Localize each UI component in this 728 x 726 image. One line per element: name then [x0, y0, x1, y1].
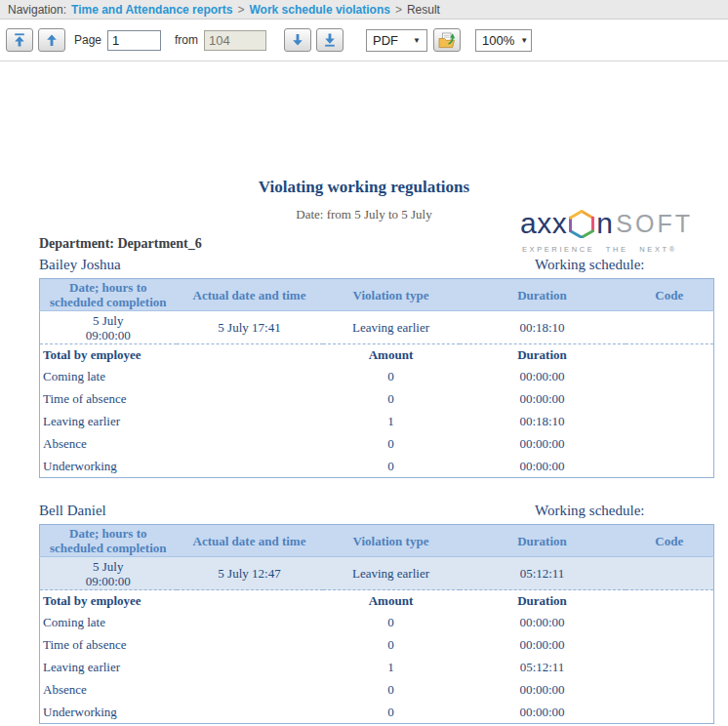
totals-row: Underworking 0 00:00:00	[40, 456, 714, 478]
employee-section-header: Bailey Joshua Working schedule:	[39, 257, 713, 274]
page-label: Page	[74, 33, 101, 47]
table-header-row: Date; hours to scheduled completion Actu…	[40, 525, 714, 557]
page-number-input[interactable]	[107, 30, 161, 51]
total-duration: 00:00:00	[460, 456, 626, 478]
axxonsoft-logo: axx n SOFT EXPERIENCE THE NEXT®	[520, 209, 693, 254]
col-header-type: Violation type	[323, 279, 460, 311]
logo-wordmark: axx n SOFT	[520, 209, 693, 238]
col-header-code: Code	[626, 279, 714, 311]
cell-scheduled: 5 July 09:00:00	[40, 557, 177, 590]
previous-page-button[interactable]	[38, 28, 65, 52]
scheduled-time: 09:00:00	[44, 574, 173, 588]
empty-cell	[626, 388, 714, 411]
total-duration: 00:00:00	[460, 679, 626, 702]
breadcrumb-prefix: Navigation:	[8, 3, 66, 17]
total-duration: 00:00:00	[460, 634, 626, 657]
next-page-button[interactable]	[284, 28, 311, 52]
scheduled-date: 5 July	[44, 313, 173, 328]
zoom-select[interactable]: 100% ▼	[475, 29, 532, 52]
breadcrumb-current: Result	[407, 3, 440, 17]
total-amount: 0	[323, 612, 460, 634]
total-label: Time of absence	[40, 388, 323, 411]
cell-code	[626, 311, 714, 344]
breadcrumb-separator: >	[237, 3, 244, 17]
total-duration: 00:00:00	[460, 433, 626, 456]
breadcrumb: Navigation: Time and Attendance reports …	[0, 0, 728, 20]
empty-cell	[626, 702, 714, 724]
breadcrumb-link-reports[interactable]: Time and Attendance reports	[71, 3, 232, 17]
employee-section-header: Bell Daniel Working schedule:	[39, 503, 713, 520]
last-page-icon	[324, 33, 336, 47]
logo-text-n: n	[596, 209, 613, 238]
next-page-icon	[292, 33, 303, 47]
empty-cell	[626, 456, 714, 478]
totals-row: Leaving earlier 1 00:18:10	[40, 411, 714, 433]
logo-text-soft: SOFT	[616, 212, 693, 236]
total-amount: 0	[323, 456, 460, 478]
col-header-type: Violation type	[323, 525, 460, 557]
logo-tagline: EXPERIENCE THE NEXT®	[520, 245, 693, 254]
amount-header: Amount	[323, 344, 460, 366]
totals-row: Leaving earlier 1 05:12:11	[40, 657, 714, 679]
total-label: Absence	[40, 679, 323, 702]
totals-row: Absence 0 00:00:00	[40, 679, 714, 702]
col-header-actual: Actual date and time	[177, 279, 323, 311]
total-amount: 0	[323, 634, 460, 657]
cell-scheduled: 5 July 09:00:00	[40, 311, 177, 344]
first-page-icon	[14, 33, 25, 47]
export-format-value: PDF	[373, 33, 398, 48]
cell-duration: 05:12:11	[460, 557, 626, 590]
totals-row: Absence 0 00:00:00	[40, 433, 714, 456]
amount-header: Amount	[323, 590, 460, 612]
empty-cell	[626, 679, 714, 702]
cell-code	[626, 557, 714, 590]
col-header-scheduled: Date; hours to scheduled completion	[40, 525, 177, 557]
pager-toolbar: Page from PDF ▼ 100% ▼	[0, 20, 728, 61]
from-label: from	[175, 33, 198, 47]
empty-cell	[626, 657, 714, 679]
empty-cell	[626, 411, 714, 433]
logo-text-axx: axx	[520, 209, 567, 238]
scheduled-time: 09:00:00	[44, 328, 173, 343]
total-amount: 0	[323, 388, 460, 411]
export-format-select[interactable]: PDF ▼	[366, 29, 427, 52]
total-duration: 05:12:11	[460, 657, 626, 679]
cell-duration: 00:18:10	[460, 311, 626, 344]
axxon-hexagon-icon	[568, 209, 595, 238]
empty-cell	[626, 433, 714, 456]
total-duration: 00:18:10	[460, 411, 626, 433]
total-amount: 0	[323, 433, 460, 456]
first-page-button[interactable]	[6, 28, 33, 52]
employee-name: Bailey Joshua	[39, 257, 121, 272]
empty-cell	[626, 366, 714, 388]
violations-table: Date; hours to scheduled completion Actu…	[39, 524, 714, 724]
employee-name: Bell Daniel	[39, 503, 106, 518]
violations-table: Date; hours to scheduled completion Actu…	[39, 278, 714, 478]
cell-actual: 5 July 17:41	[177, 311, 323, 344]
last-page-button[interactable]	[316, 28, 344, 52]
report-title: Violating working regulations	[0, 178, 728, 197]
col-header-duration: Duration	[460, 525, 626, 557]
export-report-icon	[438, 32, 457, 49]
caret-down-icon: ▼	[413, 36, 421, 45]
breadcrumb-link-violations[interactable]: Work schedule violations	[249, 3, 389, 17]
caret-down-icon: ▼	[520, 36, 528, 45]
total-duration: 00:00:00	[460, 388, 626, 411]
total-label: Underworking	[40, 456, 323, 478]
col-header-duration: Duration	[460, 279, 626, 311]
report-page: axx n SOFT EXPERIENCE THE NEXT® Violatin…	[0, 178, 728, 724]
cell-actual: 5 July 12:47	[177, 557, 323, 590]
total-label: Absence	[40, 433, 323, 456]
total-duration: 00:00:00	[460, 366, 626, 388]
export-report-button[interactable]	[433, 28, 461, 52]
scheduled-date: 5 July	[44, 559, 173, 574]
col-header-actual: Actual date and time	[177, 525, 323, 557]
working-schedule-label: Working schedule:	[535, 257, 645, 273]
empty-cell	[626, 590, 714, 612]
total-label: Coming late	[40, 366, 323, 388]
totals-label: Total by employee	[40, 590, 323, 612]
empty-cell	[626, 344, 714, 366]
empty-cell	[626, 634, 714, 657]
total-label: Leaving earlier	[40, 657, 323, 679]
totals-row: Coming late 0 00:00:00	[40, 366, 714, 388]
